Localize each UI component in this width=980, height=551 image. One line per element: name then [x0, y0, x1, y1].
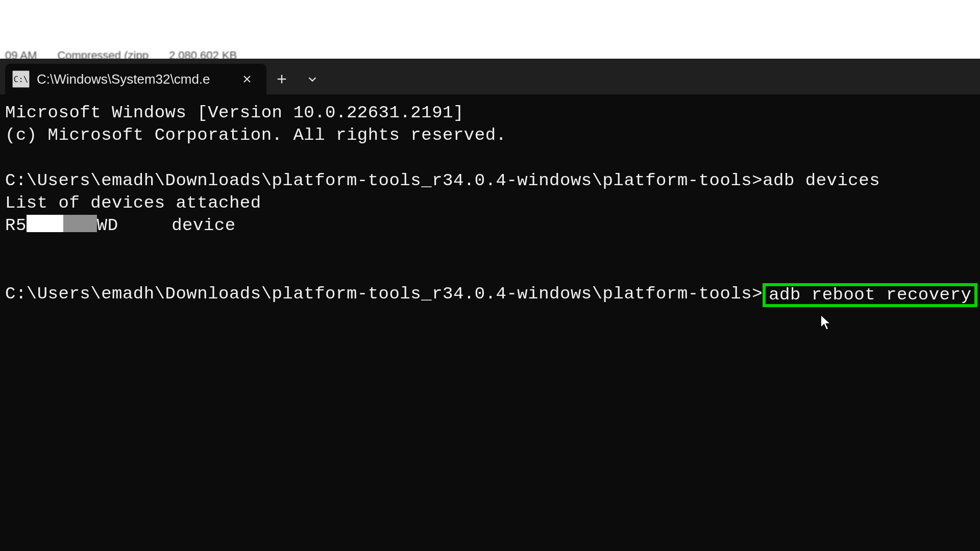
command-adb-devices: adb devices [763, 171, 880, 190]
tab-title: C:\Windows\System32\cmd.e [37, 71, 230, 87]
device-id-suffix: WD [97, 216, 118, 235]
banner-line-1: Microsoft Windows [Version 10.0.22631.21… [5, 102, 975, 124]
output-list-header: List of devices attached [5, 192, 975, 214]
prompt-2: C:\Users\emadh\Downloads\platform-tools_… [5, 284, 763, 304]
terminal-window: C:\ C:\Windows\System32\cmd.e Microsoft … [0, 59, 980, 551]
highlighted-command-box: adb reboot recovery [763, 283, 977, 308]
prompt-1: C:\Users\emadh\Downloads\platform-tools_… [5, 171, 763, 190]
tab-cmd[interactable]: C:\ C:\Windows\System32\cmd.e [5, 64, 266, 94]
device-status: device [172, 216, 235, 235]
titlebar: C:\ C:\Windows\System32\cmd.e [0, 59, 980, 94]
tab-dropdown-button[interactable] [297, 64, 328, 94]
close-icon [242, 74, 252, 84]
redacted-block-2 [63, 215, 97, 232]
redacted-block-1 [27, 215, 63, 232]
plus-icon [276, 73, 287, 85]
chevron-down-icon [307, 73, 318, 85]
cmd-icon: C:\ [12, 70, 30, 88]
terminal-output[interactable]: Microsoft Windows [Version 10.0.22631.21… [0, 94, 980, 551]
device-id-prefix: R5 [5, 216, 27, 235]
banner-line-2: (c) Microsoft Corporation. All rights re… [5, 124, 975, 146]
command-adb-reboot-recovery: adb reboot recovery [769, 285, 971, 305]
background-explorer-row: 09 AM Compressed (zipp 2,080,602 KB [0, 0, 306, 59]
device-spacer [118, 216, 172, 235]
close-tab-button[interactable] [237, 69, 257, 89]
new-tab-button[interactable] [266, 64, 297, 94]
